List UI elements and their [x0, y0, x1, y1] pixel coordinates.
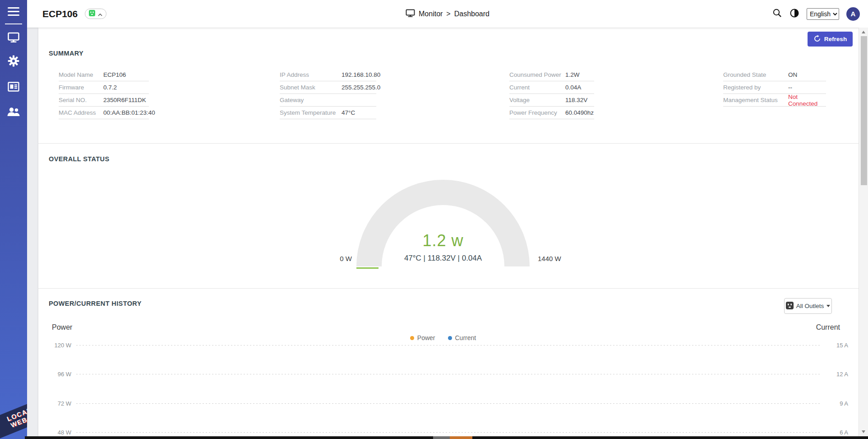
right-axis-title: Current [808, 323, 840, 332]
right-axis-tick: 15 A [826, 342, 848, 349]
device-status-badge[interactable] [85, 9, 106, 19]
section-divider [38, 143, 859, 144]
summary-label: System Temperature [280, 109, 342, 116]
language-select[interactable]: English [807, 8, 839, 20]
avatar[interactable]: A [846, 7, 860, 21]
summary-label: Current [509, 84, 565, 91]
summary-value: 192.168.10.80 [342, 71, 380, 78]
outlet-status-icon [89, 10, 95, 18]
gridline [76, 374, 821, 374]
theme-contrast-toggle[interactable] [790, 8, 799, 19]
left-axis-tick: 48 W [45, 429, 71, 436]
sidebar-item-users[interactable] [0, 106, 27, 120]
caret-down-icon [826, 305, 830, 307]
overall-status-heading: OVERALL STATUS [49, 155, 110, 163]
summary-value: 00:AA:BB:01:23:40 [103, 109, 155, 116]
menu-toggle-button[interactable] [8, 7, 19, 18]
summary-row: Gateway [280, 94, 376, 107]
sidebar-divider [5, 23, 22, 24]
section-divider [38, 288, 859, 289]
summary-label: Registered by [723, 84, 788, 91]
search-icon [772, 8, 782, 19]
breadcrumb-section[interactable]: Monitor [419, 10, 443, 18]
summary-column-device: Model NameECP106Firmware0.7.2Serial NO.2… [59, 69, 149, 119]
summary-label: Counsumed Power [509, 71, 565, 78]
summary-value: 1.2W [565, 71, 580, 78]
history-heading: POWER/CURRENT HISTORY [49, 300, 142, 307]
summary-row: Grounded StateON [723, 69, 826, 81]
right-axis-tick: 12 A [826, 371, 848, 378]
summary-value: 47°C [342, 109, 355, 116]
sidebar: LOCAL WEB [0, 0, 27, 439]
left-axis-tick: 72 W [45, 400, 71, 407]
legend-label-power: Power [417, 334, 435, 341]
summary-label: Model Name [59, 71, 103, 78]
gridline [76, 403, 821, 404]
left-axis-tick: 96 W [45, 371, 71, 378]
right-axis-tick: 6 A [826, 429, 848, 436]
outlet-filter-label: All Outlets [796, 303, 824, 309]
summary-label: Serial NO. [59, 97, 103, 103]
monitor-breadcrumb-icon [406, 9, 415, 19]
refresh-label: Refresh [824, 36, 847, 42]
summary-row: IP Address192.168.10.80 [280, 69, 376, 81]
sidebar-item-monitor[interactable] [0, 32, 27, 45]
summary-row: Counsumed Power1.2W [509, 69, 594, 81]
summary-value: Not Connected [788, 93, 826, 107]
summary-heading: SUMMARY [49, 50, 83, 57]
scrollbar-thumb[interactable] [861, 36, 867, 185]
summary-row: Model NameECP106 [59, 69, 149, 81]
summary-row: Subnet Mask255.255.255.0 [280, 81, 376, 94]
summary-row: Current0.04A [509, 81, 594, 94]
gauge-details: 47°C | 118.32V | 0.04A [375, 254, 511, 263]
gridline [76, 432, 821, 433]
left-axis-title: Power [52, 323, 72, 332]
sidebar-item-logs[interactable] [0, 81, 27, 94]
bottom-edge-strip [25, 436, 868, 439]
summary-column-power: Counsumed Power1.2WCurrent0.04AVoltage11… [509, 69, 594, 119]
dashboard-content: Refresh SUMMARY Model NameECP106Firmware… [38, 28, 859, 439]
breadcrumb-separator: > [446, 10, 450, 18]
summary-value: 0.7.2 [103, 84, 117, 91]
refresh-button[interactable]: Refresh [808, 32, 853, 47]
summary-label: MAC Address [59, 109, 103, 116]
page-title: ECP106 [42, 9, 78, 19]
chart-legend: Power Current [383, 334, 503, 341]
breadcrumb: Monitor > Dashboard [406, 9, 489, 19]
breadcrumb-page[interactable]: Dashboard [454, 10, 489, 18]
gauge-progress-indicator [356, 267, 379, 269]
summary-label: Management Status [723, 97, 788, 103]
summary-label: Voltage [509, 97, 565, 103]
summary-label: Power Frequency [509, 109, 565, 116]
topbar-actions: English A [772, 7, 860, 21]
gridline [76, 345, 821, 346]
vertical-scrollbar[interactable] [859, 28, 868, 436]
scrollbar-up-arrow[interactable] [862, 31, 865, 33]
chart-grid-row: 48 W 6 A [45, 429, 848, 436]
monitor-icon [7, 32, 20, 45]
chevron-up-icon [98, 10, 102, 18]
search-button[interactable] [772, 8, 782, 19]
refresh-icon [813, 35, 821, 44]
summary-column-network: IP Address192.168.10.80Subnet Mask255.25… [280, 69, 376, 119]
summary-row: System Temperature47°C [280, 107, 376, 119]
outlet-icon [786, 302, 794, 311]
summary-label: Grounded State [723, 71, 788, 78]
gauge-value: 1.2 w [398, 231, 488, 250]
legend-dot-current [448, 336, 452, 340]
legend-item-power[interactable]: Power [410, 334, 435, 341]
summary-row: Serial NO.2350R6F111DK [59, 94, 149, 107]
legend-label-current: Current [455, 334, 476, 341]
sidebar-item-settings[interactable] [0, 55, 27, 69]
legend-dot-power [410, 336, 414, 340]
scrollbar-down-arrow[interactable] [862, 430, 865, 433]
local-web-logo: LOCAL WEB [0, 395, 27, 439]
topbar: ECP106 Monitor > Dashboard [27, 0, 868, 28]
outlet-filter-dropdown[interactable]: All Outlets [784, 298, 832, 314]
summary-row: Registered by-- [723, 81, 826, 94]
summary-value: 118.32V [565, 97, 587, 103]
right-axis-tick: 9 A [826, 400, 848, 407]
chart-plot-area: 120 W 15 A 96 W 12 A 72 W 9 A [45, 341, 848, 436]
summary-column-status: Grounded StateONRegistered by--Managemen… [723, 69, 826, 107]
legend-item-current[interactable]: Current [448, 334, 476, 341]
